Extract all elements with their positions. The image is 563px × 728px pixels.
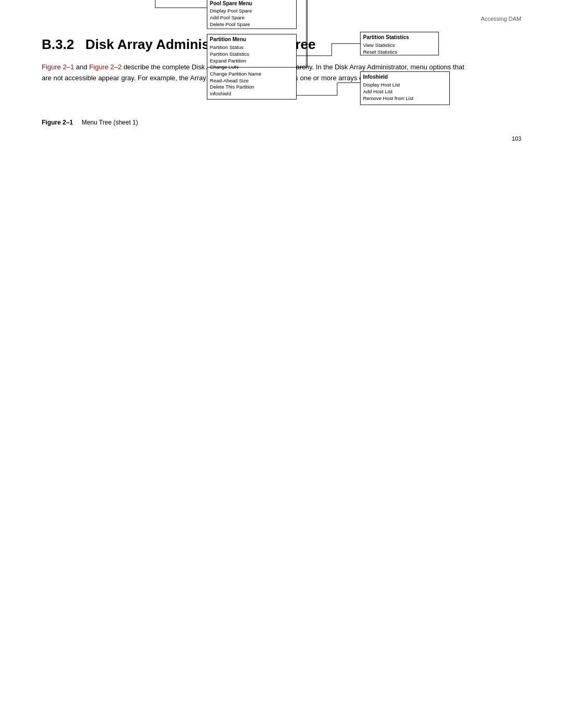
svg-text:View Statistics: View Statistics xyxy=(363,42,395,48)
figure-label: Figure 2–1 xyxy=(42,119,73,126)
svg-text:Partition Statistics: Partition Statistics xyxy=(210,51,250,56)
svg-text:Expand Partition: Expand Partition xyxy=(210,57,247,63)
svg-text:Infoshield: Infoshield xyxy=(363,74,388,80)
svg-text:Reset Statistics: Reset Statistics xyxy=(363,48,398,54)
svg-text:Remove Host from List: Remove Host from List xyxy=(363,95,414,101)
svg-text:Delete This Partition: Delete This Partition xyxy=(210,84,254,90)
svg-text:Change Partition Name: Change Partition Name xyxy=(210,71,262,77)
svg-text:Delete Pool Spare: Delete Pool Spare xyxy=(210,21,250,27)
svg-text:Partition Statistics: Partition Statistics xyxy=(363,34,409,40)
svg-text:Read-Ahead Size: Read-Ahead Size xyxy=(210,77,249,83)
svg-text:Partition Status: Partition Status xyxy=(210,44,244,50)
final-diagram: System Menu Array Menu Add an Array Dele… xyxy=(42,0,521,108)
svg-text:Add Pool Spare: Add Pool Spare xyxy=(210,15,245,20)
svg-text:Infoshield: Infoshield xyxy=(210,91,231,96)
figure-text: Menu Tree (sheet 1) xyxy=(82,119,138,126)
svg-text:Add Host List: Add Host List xyxy=(363,88,393,94)
page-number: 103 xyxy=(512,135,521,142)
svg-text:Pool Spare Menu: Pool Spare Menu xyxy=(210,0,252,6)
svg-text:Display Host List: Display Host List xyxy=(363,82,400,88)
svg-text:Partition Menu: Partition Menu xyxy=(210,36,247,42)
svg-text:Display Pool Spare: Display Pool Spare xyxy=(210,8,252,14)
